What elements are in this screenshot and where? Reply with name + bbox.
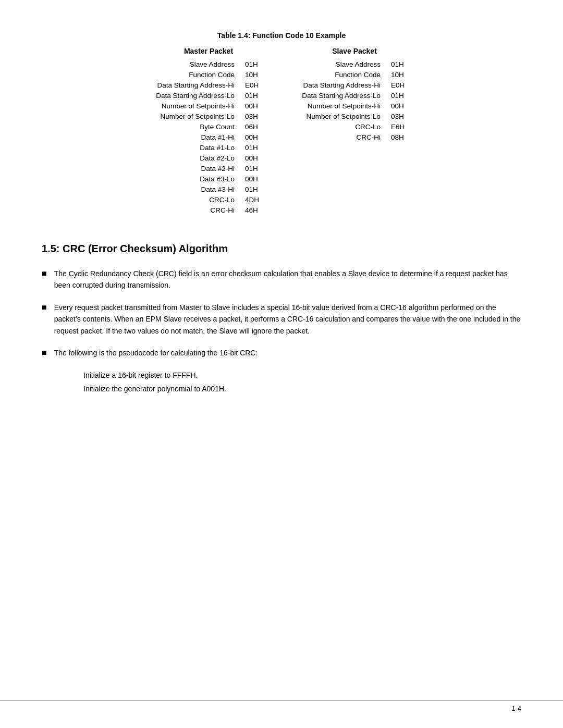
slave-packet-rows: Slave Address 01H Function Code 10H Data… bbox=[297, 60, 412, 141]
row-label: Data #2-Lo bbox=[151, 154, 235, 162]
bullet-section: ■ The Cyclic Redundancy Check (CRC) fiel… bbox=[42, 268, 521, 396]
row-value: 03H bbox=[245, 113, 266, 120]
table-row: Byte Count 06H bbox=[151, 123, 266, 131]
row-label: Data #3-Hi bbox=[151, 186, 235, 193]
page-content: Table 1.4: Function Code 10 Example Mast… bbox=[42, 31, 521, 396]
table-row: CRC-Hi 46H bbox=[151, 206, 266, 214]
row-value: 00H bbox=[245, 154, 266, 162]
table-row: Data Starting Address-Lo 01H bbox=[297, 92, 412, 100]
bullet-item: ■ The following is the pseudocode for ca… bbox=[42, 347, 521, 359]
page-footer: 1-4 bbox=[0, 700, 563, 712]
table-row: CRC-Lo 4DH bbox=[151, 196, 266, 204]
master-packet-column: Master Packet Slave Address 01H Function… bbox=[151, 47, 266, 217]
row-value: 01H bbox=[391, 60, 412, 68]
row-value: E0H bbox=[245, 81, 266, 89]
row-value: 00H bbox=[245, 133, 266, 141]
row-value: 46H bbox=[245, 206, 266, 214]
row-value: 01H bbox=[245, 186, 266, 193]
row-label: Data Starting Address-Lo bbox=[297, 92, 381, 100]
row-value: 10H bbox=[391, 71, 412, 79]
row-value: 01H bbox=[391, 92, 412, 100]
page-number: 1-4 bbox=[511, 705, 521, 712]
table-row: Function Code 10H bbox=[297, 71, 412, 79]
bullet-text: The following is the pseudocode for calc… bbox=[54, 347, 258, 359]
row-value: 01H bbox=[245, 60, 266, 68]
row-label: Number of Setpoints-Lo bbox=[297, 113, 381, 120]
table-title: Table 1.4: Function Code 10 Example bbox=[42, 31, 521, 40]
row-label: CRC-Hi bbox=[297, 133, 381, 141]
master-packet-rows: Slave Address 01H Function Code 10H Data… bbox=[151, 60, 266, 214]
bullet-text: Every request packet transmitted from Ma… bbox=[54, 302, 521, 337]
row-value: 00H bbox=[391, 102, 412, 110]
row-value: E6H bbox=[391, 123, 412, 131]
row-label: Data Starting Address-Hi bbox=[297, 81, 381, 89]
row-label: Data #1-Hi bbox=[151, 133, 235, 141]
row-label: Data #3-Lo bbox=[151, 175, 235, 183]
table-row: Data #1-Hi 00H bbox=[151, 133, 266, 141]
row-value: 01H bbox=[245, 144, 266, 152]
table-row: Number of Setpoints-Hi 00H bbox=[297, 102, 412, 110]
bullet-icon: ■ bbox=[42, 348, 47, 357]
row-value: 08H bbox=[391, 133, 412, 141]
section-heading: 1.5: CRC (Error Checksum) Algorithm bbox=[42, 243, 521, 255]
table-row: CRC-Hi 08H bbox=[297, 133, 412, 141]
row-value: 01H bbox=[245, 165, 266, 172]
row-label: CRC-Lo bbox=[297, 123, 381, 131]
master-packet-header: Master Packet bbox=[151, 47, 266, 55]
table-row: Slave Address 01H bbox=[297, 60, 412, 68]
row-value: E0H bbox=[391, 81, 412, 89]
row-label: CRC-Hi bbox=[151, 206, 235, 214]
row-label: Data Starting Address-Hi bbox=[151, 81, 235, 89]
two-column-table: Master Packet Slave Address 01H Function… bbox=[42, 47, 521, 217]
row-value: 03H bbox=[391, 113, 412, 120]
row-label: Data #2-Hi bbox=[151, 165, 235, 172]
bullet-icon: ■ bbox=[42, 303, 47, 312]
row-value: 10H bbox=[245, 71, 266, 79]
table-row: Data #2-Lo 00H bbox=[151, 154, 266, 162]
row-label: Number of Setpoints-Lo bbox=[151, 113, 235, 120]
table-row: Data Starting Address-Lo 01H bbox=[151, 92, 266, 100]
row-label: Byte Count bbox=[151, 123, 235, 131]
row-label: Function Code bbox=[297, 71, 381, 79]
row-value: 00H bbox=[245, 175, 266, 183]
table-row: CRC-Lo E6H bbox=[297, 123, 412, 131]
bullet-icon: ■ bbox=[42, 269, 47, 278]
row-label: Data #1-Lo bbox=[151, 144, 235, 152]
table-section: Table 1.4: Function Code 10 Example Mast… bbox=[42, 31, 521, 217]
table-row: Slave Address 01H bbox=[151, 60, 266, 68]
table-row: Data #1-Lo 01H bbox=[151, 144, 266, 152]
pseudocode-line: Initialize the generator polynomial to A… bbox=[83, 382, 521, 396]
row-value: 01H bbox=[245, 92, 266, 100]
table-row: Number of Setpoints-Lo 03H bbox=[297, 113, 412, 120]
table-row: Data Starting Address-Hi E0H bbox=[297, 81, 412, 89]
row-label: Number of Setpoints-Hi bbox=[297, 102, 381, 110]
row-value: 4DH bbox=[245, 196, 266, 204]
table-row: Number of Setpoints-Hi 00H bbox=[151, 102, 266, 110]
bullet-item: ■ Every request packet transmitted from … bbox=[42, 302, 521, 337]
row-value: 00H bbox=[245, 102, 266, 110]
pseudocode-block: Initialize a 16-bit register to FFFFH.In… bbox=[83, 369, 521, 395]
table-row: Number of Setpoints-Lo 03H bbox=[151, 113, 266, 120]
bullet-items: ■ The Cyclic Redundancy Check (CRC) fiel… bbox=[42, 268, 521, 359]
pseudocode-line: Initialize a 16-bit register to FFFFH. bbox=[83, 369, 521, 382]
row-label: CRC-Lo bbox=[151, 196, 235, 204]
row-label: Slave Address bbox=[297, 60, 381, 68]
slave-packet-header: Slave Packet bbox=[297, 47, 412, 55]
row-label: Number of Setpoints-Hi bbox=[151, 102, 235, 110]
table-row: Data #3-Lo 00H bbox=[151, 175, 266, 183]
bullet-item: ■ The Cyclic Redundancy Check (CRC) fiel… bbox=[42, 268, 521, 291]
slave-packet-column: Slave Packet Slave Address 01H Function … bbox=[297, 47, 412, 217]
table-row: Data Starting Address-Hi E0H bbox=[151, 81, 266, 89]
row-value: 06H bbox=[245, 123, 266, 131]
table-row: Data #2-Hi 01H bbox=[151, 165, 266, 172]
bullet-text: The Cyclic Redundancy Check (CRC) field … bbox=[54, 268, 521, 291]
row-label: Function Code bbox=[151, 71, 235, 79]
table-row: Function Code 10H bbox=[151, 71, 266, 79]
table-row: Data #3-Hi 01H bbox=[151, 186, 266, 193]
row-label: Data Starting Address-Lo bbox=[151, 92, 235, 100]
row-label: Slave Address bbox=[151, 60, 235, 68]
